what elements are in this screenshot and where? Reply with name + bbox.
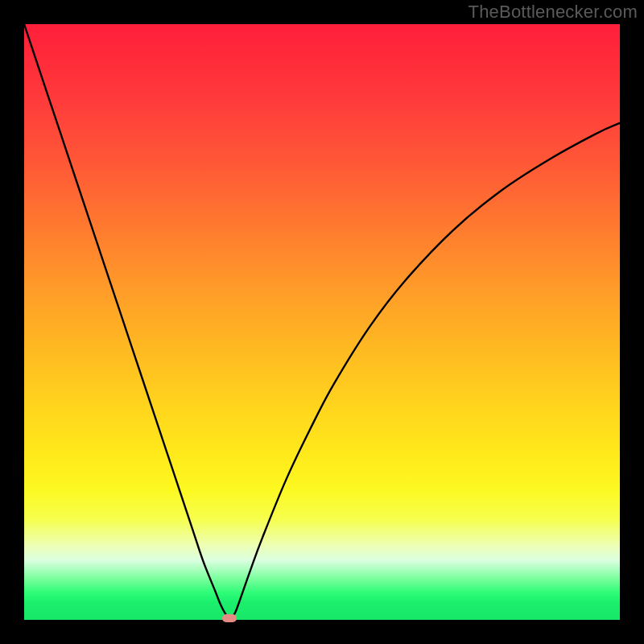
plot-area	[24, 24, 620, 620]
minimum-marker	[222, 614, 237, 622]
chart-frame: TheBottlenecker.com	[0, 0, 644, 644]
watermark-text: TheBottlenecker.com	[469, 2, 638, 23]
bottleneck-curve-path	[24, 24, 620, 618]
bottleneck-curve-svg	[24, 24, 620, 620]
